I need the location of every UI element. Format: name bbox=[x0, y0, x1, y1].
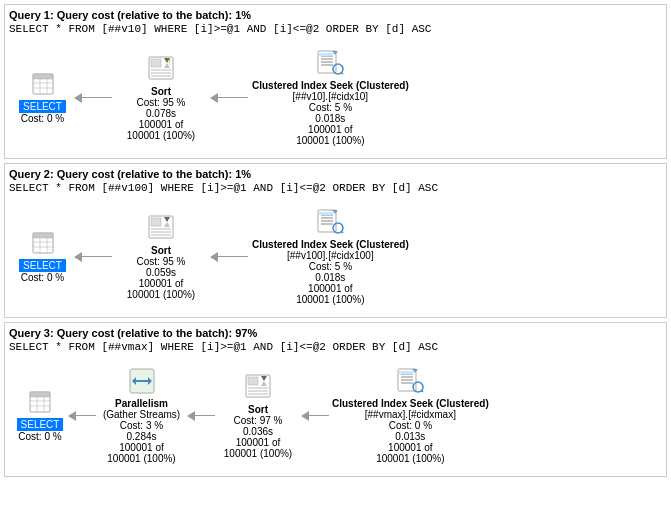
svg-rect-19 bbox=[319, 53, 333, 56]
table-icon bbox=[31, 72, 55, 99]
connector-2 bbox=[301, 411, 329, 421]
query-block-1: Query 1: Query cost (relative to the bat… bbox=[4, 4, 667, 159]
seek-rows2: 100001 (100%) bbox=[296, 135, 364, 146]
seek-sublabel: [##vmax].[#cidxmax] bbox=[365, 409, 456, 420]
sort-time: 0.059s bbox=[146, 267, 176, 278]
connector-2 bbox=[210, 93, 248, 103]
seek-label: Clustered Index Seek (Clustered) bbox=[252, 239, 409, 250]
sort-cost-pct: Cost: 95 % bbox=[137, 97, 186, 108]
select-label: SELECT bbox=[19, 259, 66, 272]
par-cost-pct: Cost: 3 % bbox=[120, 420, 163, 431]
seek-label: Clustered Index Seek (Clustered) bbox=[332, 398, 489, 409]
svg-rect-1 bbox=[33, 74, 53, 79]
connector-1 bbox=[74, 93, 112, 103]
index-seek-node: Clustered Index Seek (Clustered) [##v10]… bbox=[252, 49, 409, 146]
connector-1 bbox=[74, 252, 112, 262]
sort-rows: 100001 of bbox=[139, 278, 184, 289]
seek-cost-pct: Cost: 5 % bbox=[309, 261, 352, 272]
sort-time: 0.036s bbox=[243, 426, 273, 437]
sort-node: Sort Cost: 97 % 0.036s 100001 of 100001 … bbox=[218, 373, 298, 459]
sort-label: Sort bbox=[151, 245, 171, 256]
query-header-2: Query 2: Query cost (relative to the bat… bbox=[9, 168, 662, 180]
select-node: SELECT Cost: 0 % bbox=[15, 72, 70, 124]
sort-rows2: 100001 (100%) bbox=[224, 448, 292, 459]
par-rows: 100001 of bbox=[119, 442, 164, 453]
seek-rows: 100001 of bbox=[308, 124, 353, 135]
connector-0 bbox=[68, 411, 96, 421]
sort-cost-pct: Cost: 97 % bbox=[234, 415, 283, 426]
seek-rows2: 100001 (100%) bbox=[376, 453, 444, 464]
sort-time: 0.078s bbox=[146, 108, 176, 119]
svg-line-21 bbox=[342, 73, 344, 75]
svg-rect-24 bbox=[33, 233, 53, 238]
seek-time: 0.013s bbox=[395, 431, 425, 442]
select-label: SELECT bbox=[19, 100, 66, 113]
par-label: Parallelism bbox=[115, 398, 168, 409]
index-seek-node: Clustered Index Seek (Clustered) [##vmax… bbox=[332, 367, 489, 464]
query-block-3: Query 3: Query cost (relative to the bat… bbox=[4, 322, 667, 477]
connector-1 bbox=[187, 411, 215, 421]
sort-node: ! Sort Cost: 95 % 0.078s 100001 of 10000… bbox=[116, 55, 206, 141]
par-time: 0.284s bbox=[126, 431, 156, 442]
seek-rows2: 100001 (100%) bbox=[296, 294, 364, 305]
svg-rect-55 bbox=[248, 377, 258, 385]
sort-label: Sort bbox=[151, 86, 171, 97]
query-header-1: Query 1: Query cost (relative to the bat… bbox=[9, 9, 662, 21]
sort-icon bbox=[244, 373, 272, 404]
seek-cost-pct: Cost: 0 % bbox=[389, 420, 432, 431]
sort-icon bbox=[147, 214, 175, 245]
par-rows2: 100001 (100%) bbox=[107, 453, 175, 464]
svg-rect-30 bbox=[151, 218, 161, 226]
seek-time: 0.018s bbox=[315, 272, 345, 283]
seek-label: Clustered Index Seek (Clustered) bbox=[252, 80, 409, 91]
select-label: SELECT bbox=[17, 418, 64, 431]
select-cost: Cost: 0 % bbox=[21, 113, 64, 124]
seek-sublabel: [##v100].[#cidx100] bbox=[287, 250, 374, 261]
parallelism-node: Parallelism (Gather Streams) Cost: 3 % 0… bbox=[99, 367, 184, 464]
connector-2 bbox=[210, 252, 248, 262]
query-sql-3: SELECT * FROM [##vmax] WHERE [i]>=@1 AND… bbox=[9, 341, 662, 353]
sort-node: Sort Cost: 95 % 0.059s 100001 of 100001 … bbox=[116, 214, 206, 300]
sort-rows2: 100001 (100%) bbox=[127, 289, 195, 300]
select-cost: Cost: 0 % bbox=[21, 272, 64, 283]
table-icon bbox=[31, 231, 55, 258]
query-diagram: SELECT Cost: 0 % ! Sort Cost: 95 % 0.078… bbox=[9, 41, 662, 154]
sort-rows: 100001 of bbox=[139, 119, 184, 130]
sort-rows2: 100001 (100%) bbox=[127, 130, 195, 141]
query-sql-1: SELECT * FROM [##v10] WHERE [i]>=@1 AND … bbox=[9, 23, 662, 35]
seek-sublabel: [##v10].[#cidx10] bbox=[293, 91, 369, 102]
svg-rect-46 bbox=[30, 392, 50, 397]
parallelism-icon bbox=[128, 367, 156, 398]
query-sql-2: SELECT * FROM [##v100] WHERE [i]>=@1 AND… bbox=[9, 182, 662, 194]
index-seek-node: Clustered Index Seek (Clustered) [##v100… bbox=[252, 208, 409, 305]
svg-text:!: ! bbox=[167, 58, 172, 68]
svg-line-68 bbox=[422, 391, 424, 393]
seek-rows: 100001 of bbox=[308, 283, 353, 294]
svg-rect-66 bbox=[399, 371, 413, 374]
table-icon bbox=[28, 390, 52, 417]
index-seek-icon bbox=[316, 49, 344, 80]
sort-label: Sort bbox=[248, 404, 268, 415]
query-diagram: SELECT Cost: 0 % Parallelism (Gather Str… bbox=[9, 359, 662, 472]
index-seek-icon bbox=[396, 367, 424, 398]
select-node: SELECT Cost: 0 % bbox=[15, 390, 65, 442]
query-diagram: SELECT Cost: 0 % Sort Cost: 95 % 0.059s … bbox=[9, 200, 662, 313]
svg-rect-41 bbox=[319, 212, 333, 215]
query-block-2: Query 2: Query cost (relative to the bat… bbox=[4, 163, 667, 318]
svg-rect-7 bbox=[151, 59, 161, 67]
sort-icon: ! bbox=[147, 55, 175, 86]
select-node: SELECT Cost: 0 % bbox=[15, 231, 70, 283]
seek-time: 0.018s bbox=[315, 113, 345, 124]
par-sublabel: (Gather Streams) bbox=[103, 409, 180, 420]
sort-rows: 100001 of bbox=[236, 437, 281, 448]
seek-cost-pct: Cost: 5 % bbox=[309, 102, 352, 113]
sort-cost-pct: Cost: 95 % bbox=[137, 256, 186, 267]
index-seek-icon bbox=[316, 208, 344, 239]
seek-rows: 100001 of bbox=[388, 442, 433, 453]
svg-line-43 bbox=[342, 232, 344, 234]
query-header-3: Query 3: Query cost (relative to the bat… bbox=[9, 327, 662, 339]
select-cost: Cost: 0 % bbox=[18, 431, 61, 442]
